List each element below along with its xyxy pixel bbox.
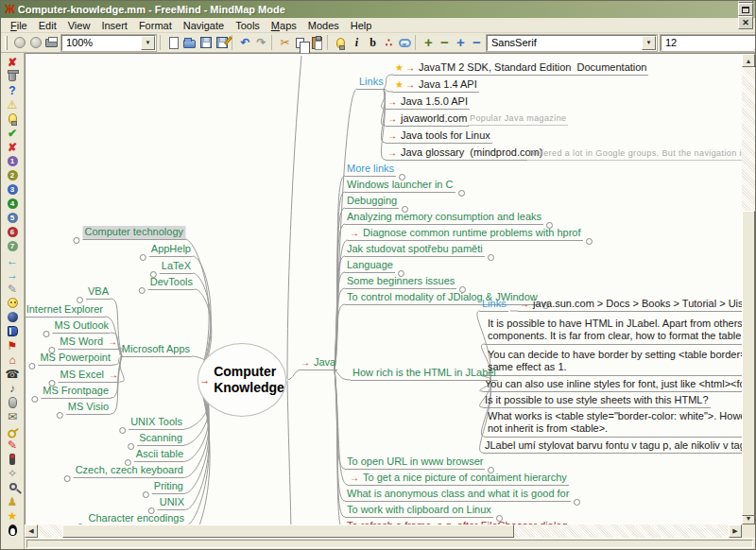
horizontal-scroll-thumb[interactable] — [62, 524, 514, 538]
node-java[interactable]: →Java — [299, 356, 337, 370]
fold-handle[interactable] — [77, 297, 83, 303]
telephone-icon[interactable]: ☎ — [1, 367, 24, 381]
book-icon[interactable] — [1, 324, 24, 338]
node-java-150-api[interactable]: →Java 1.5.0 API — [386, 95, 470, 110]
decrease-font-button[interactable]: − — [437, 34, 453, 51]
stoplight-icon[interactable] — [1, 452, 24, 466]
node-beginners-issues[interactable]: Some beginners issues — [345, 275, 456, 289]
link-button[interactable]: ∴ — [381, 34, 397, 51]
music-icon[interactable]: ♪ — [1, 381, 24, 395]
zoom-select[interactable]: 100%▼ — [61, 35, 156, 51]
pencil-icon[interactable]: ✎ — [1, 438, 24, 452]
node-how-rich-html[interactable]: How rich is the HTML in JLabel — [351, 367, 498, 381]
back-icon[interactable]: ← — [1, 253, 24, 267]
vertical-scroll-thumb[interactable] — [742, 211, 755, 516]
priority-5-icon[interactable]: 5 — [1, 211, 24, 225]
node-apphelp[interactable]: AppHelp — [149, 243, 193, 257]
node-containment[interactable]: →To get a nice picture of contaiment hie… — [348, 472, 569, 486]
menu-maps[interactable]: Maps — [266, 19, 302, 32]
node-ascii-table[interactable]: Ascii table — [134, 448, 185, 462]
penguin-icon[interactable] — [1, 523, 24, 537]
node-jak-studovat[interactable]: Jak studovat spotřebu paměti — [345, 243, 485, 257]
redo-button[interactable]: ↷ — [253, 34, 269, 51]
open-map-button[interactable] — [181, 34, 198, 51]
menu-view[interactable]: View — [62, 19, 96, 32]
node-html-stylesheets[interactable]: Is it possible to use style sheets with … — [483, 394, 711, 408]
zoom-select-dropdown-icon[interactable]: ▼ — [141, 36, 155, 50]
priority-4-icon[interactable]: 4 — [1, 197, 24, 211]
toolbar-grip[interactable] — [5, 36, 8, 50]
node-open-url[interactable]: To open URL in www browser — [345, 455, 485, 470]
node-java-sun[interactable]: →java.sun.com > Docs > Books > Tutorial … — [518, 298, 742, 312]
priority-6-icon[interactable]: 6 — [1, 225, 24, 239]
node-unix-tools[interactable]: UNIX Tools — [129, 416, 184, 430]
scroll-up-button[interactable]: ▲ — [742, 54, 755, 67]
node-latex[interactable]: LaTeX — [160, 260, 193, 274]
print-button[interactable] — [43, 34, 60, 51]
key-icon[interactable] — [1, 423, 24, 438]
menu-help[interactable]: Help — [345, 19, 378, 32]
node-links[interactable]: Links — [357, 76, 386, 90]
node-java-tools-linux[interactable]: →Java tools for Linux — [386, 129, 492, 144]
maximize-button[interactable] — [738, 3, 753, 16]
note-java-glossary[interactable]: Refered a lot in Google groups. But the … — [527, 148, 742, 161]
priority-1-icon[interactable]: 1 — [1, 154, 24, 168]
previous-map-button[interactable] — [11, 34, 27, 51]
fold-handle[interactable] — [140, 254, 146, 261]
priority-2-icon[interactable]: 2 — [1, 168, 24, 182]
next-map-button[interactable] — [27, 34, 43, 51]
fold-handle[interactable] — [143, 491, 149, 498]
wizard-icon[interactable]: ✧ — [1, 466, 24, 480]
menu-insert[interactable]: Insert — [95, 19, 133, 32]
home-icon[interactable]: ⌂ — [1, 352, 24, 367]
bookmark-icon[interactable] — [1, 310, 24, 324]
new-map-button[interactable] — [165, 34, 181, 51]
node-windows-launcher[interactable]: Windows launcher in C — [345, 179, 455, 193]
priority-7-icon[interactable]: 7 — [1, 239, 24, 253]
node-microsoft-apps[interactable]: Microsoft Apps — [120, 343, 192, 357]
save-as-button[interactable] — [214, 34, 230, 51]
help-icon[interactable]: ? — [1, 83, 24, 97]
node-unix[interactable]: UNIX — [158, 496, 186, 510]
node-computer-technology[interactable]: Computer technology — [82, 226, 185, 240]
note-javaworld[interactable]: Popular Java magazine — [468, 113, 568, 126]
fold-handle[interactable] — [458, 190, 465, 197]
magnifier-icon[interactable] — [1, 480, 24, 494]
mail-icon[interactable]: ✉ — [1, 409, 24, 423]
scroll-right-button[interactable]: ▶ — [729, 524, 742, 538]
node-devtools[interactable]: DevTools — [148, 276, 195, 290]
node-anonymous-class[interactable]: What is anonymous class and what it is g… — [345, 488, 571, 502]
increase-font-button[interactable]: + — [421, 34, 437, 51]
idea-icon[interactable] — [1, 112, 24, 126]
undo-button[interactable]: ↶ — [237, 34, 253, 51]
cloud-button[interactable] — [397, 34, 413, 51]
menu-file[interactable]: File — [5, 19, 33, 32]
menu-navigate[interactable]: Navigate — [178, 19, 230, 32]
mindmap-canvas[interactable]: → ComputerKnowledge →JavaLinks★→JavaTM 2… — [25, 53, 742, 524]
attach-icon[interactable]: ✎ — [1, 282, 24, 296]
node-links-2[interactable]: Links — [480, 298, 508, 312]
node-ms-outlook[interactable]: MS Outlook — [53, 319, 111, 334]
warning-icon[interactable]: ⚠ — [1, 97, 24, 112]
fold-handle[interactable] — [139, 287, 146, 294]
fold-handle[interactable] — [57, 412, 63, 419]
node-debugging[interactable]: Debugging — [345, 195, 399, 209]
node-analyzing-memory[interactable]: Analyzing memory consumption and leaks — [345, 211, 543, 225]
cut-button[interactable]: ✂ — [277, 34, 293, 51]
node-javaworld[interactable]: →javaworld.com — [386, 112, 469, 127]
horizontal-scroll-track[interactable] — [38, 524, 729, 538]
pawn-icon[interactable]: ♟ — [1, 494, 24, 508]
node-html-possible[interactable]: It is possible to have HTML in JLabel. A… — [485, 317, 742, 345]
node-language[interactable]: Language — [345, 259, 395, 273]
node-character-encodings[interactable]: Character encodings — [86, 512, 186, 524]
save-map-button[interactable] — [198, 34, 214, 51]
paste-button[interactable] — [309, 34, 325, 51]
node-clipboard-linux[interactable]: To work with clipboard on Linux — [345, 504, 493, 518]
fold-handle[interactable] — [28, 363, 35, 370]
node-ms-visio[interactable]: MS Visio — [66, 401, 111, 415]
node-priting[interactable]: Priting — [152, 480, 185, 494]
fold-handle[interactable] — [574, 499, 580, 506]
fold-handle[interactable] — [64, 475, 71, 482]
menu-edit[interactable]: Edit — [33, 19, 62, 32]
menu-format[interactable]: Format — [133, 19, 178, 32]
